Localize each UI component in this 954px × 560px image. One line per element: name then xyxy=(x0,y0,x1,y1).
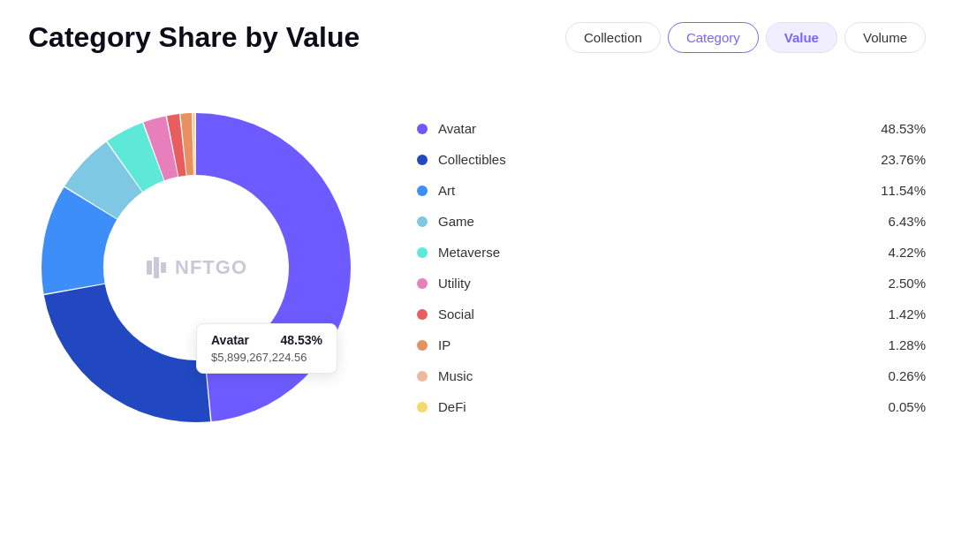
filter-group: Collection Category Value Volume xyxy=(565,22,926,53)
legend-dot xyxy=(417,155,428,165)
tooltip-value: $5,899,267,224.56 xyxy=(211,351,322,364)
donut-segment-avatar[interactable] xyxy=(196,113,351,421)
filter-category[interactable]: Category xyxy=(668,22,759,53)
main-content: NFTGO Avatar 48.53% $5,899,267,224.56 Av… xyxy=(28,82,926,453)
page-title: Category Share by Value xyxy=(28,21,360,54)
legend-percent: 23.76% xyxy=(881,152,926,167)
legend-item: Social 1.42% xyxy=(417,306,926,322)
legend-list: Avatar 48.53% Collectibles 23.76% Art 11… xyxy=(417,121,926,414)
legend-left: Game xyxy=(417,214,526,229)
legend-left: Metaverse xyxy=(417,245,526,260)
legend-dot xyxy=(417,309,428,320)
legend-label: Metaverse xyxy=(438,245,526,260)
legend-dot xyxy=(417,185,428,196)
filter-volume[interactable]: Volume xyxy=(844,22,926,53)
legend-dot xyxy=(417,278,428,289)
legend-item: Metaverse 4.22% xyxy=(417,245,926,260)
legend-percent: 1.42% xyxy=(888,306,926,322)
legend-left: IP xyxy=(417,337,526,352)
legend-item: Collectibles 23.76% xyxy=(417,152,926,167)
filter-value[interactable]: Value xyxy=(766,22,837,53)
legend-left: Social xyxy=(417,306,526,322)
legend-percent: 0.05% xyxy=(888,399,926,414)
legend-percent: 4.22% xyxy=(888,245,926,260)
legend-item: Music 0.26% xyxy=(417,368,926,383)
legend-item: IP 1.28% xyxy=(417,337,926,352)
legend-item: DeFi 0.05% xyxy=(417,399,926,414)
tooltip: Avatar 48.53% $5,899,267,224.56 xyxy=(196,323,337,374)
legend-item: Avatar 48.53% xyxy=(417,121,926,136)
legend-percent: 48.53% xyxy=(881,121,926,136)
filter-collection[interactable]: Collection xyxy=(565,22,661,53)
legend-label: Social xyxy=(438,306,526,322)
legend-label: IP xyxy=(438,337,526,352)
legend-item: Art 11.54% xyxy=(417,183,926,198)
legend-percent: 2.50% xyxy=(888,276,926,291)
legend-left: Utility xyxy=(417,276,526,291)
legend-left: Collectibles xyxy=(417,152,526,167)
legend-dot xyxy=(417,371,428,382)
legend-label: Art xyxy=(438,183,526,198)
donut-chart-container: NFTGO Avatar 48.53% $5,899,267,224.56 xyxy=(28,82,364,453)
legend-percent: 11.54% xyxy=(881,183,926,198)
legend-label: Avatar xyxy=(438,121,526,136)
donut-segment-music[interactable] xyxy=(193,113,194,175)
legend-dot xyxy=(417,247,428,258)
legend-label: Music xyxy=(438,368,526,383)
legend-percent: 0.26% xyxy=(888,368,926,383)
legend-label: Utility xyxy=(438,276,526,291)
legend-left: Art xyxy=(417,183,526,198)
donut-segment-collectibles[interactable] xyxy=(44,284,210,422)
legend-percent: 6.43% xyxy=(888,214,926,229)
legend-label: DeFi xyxy=(438,399,526,414)
legend-dot xyxy=(417,124,428,134)
legend-left: Avatar xyxy=(417,121,526,136)
donut-chart xyxy=(28,82,364,453)
tooltip-percent: 48.53% xyxy=(281,333,322,347)
legend-item: Game 6.43% xyxy=(417,214,926,229)
legend-left: DeFi xyxy=(417,399,526,414)
legend-dot xyxy=(417,402,428,412)
legend-left: Music xyxy=(417,368,526,383)
tooltip-name: Avatar xyxy=(211,333,249,347)
legend-dot xyxy=(417,216,428,227)
legend-item: Utility 2.50% xyxy=(417,276,926,291)
legend-dot xyxy=(417,340,428,351)
tooltip-header: Avatar 48.53% xyxy=(211,333,322,347)
legend-percent: 1.28% xyxy=(888,337,926,352)
page-header: Category Share by Value Collection Categ… xyxy=(28,21,926,54)
legend-label: Game xyxy=(438,214,526,229)
legend-label: Collectibles xyxy=(438,152,526,167)
